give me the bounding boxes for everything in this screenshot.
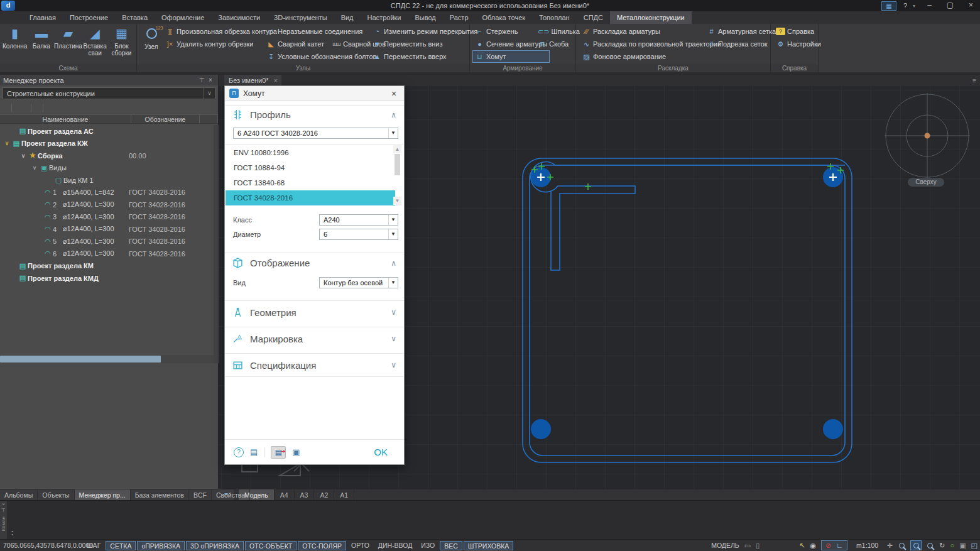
tree-item-assembly[interactable]: ∨ ★ Сборка 00.00: [0, 150, 214, 162]
regen-icon[interactable]: ○: [950, 542, 955, 549]
ribbon-item-move-down[interactable]: ▼ Переместить вниз: [371, 38, 479, 50]
help-button[interactable]: ?: [900, 2, 910, 9]
help-dropdown-icon[interactable]: ▾: [910, 3, 918, 9]
ribbon-item-riveted-joints[interactable]: ∕ Неразъемные соединения: [264, 26, 388, 37]
section-geometry[interactable]: Геометрия ∨: [225, 300, 404, 324]
dialog-help-icon[interactable]: ?: [234, 447, 244, 457]
ribbon-item-contour-trim[interactable]: ][ Произвольная обрезка контура: [163, 26, 279, 37]
fullscreen-icon[interactable]: ◰: [971, 542, 977, 550]
tree-item-bar-1[interactable]: ◠ 1 ⌀15А400, L=842 ГОСТ 34028-2016: [0, 187, 214, 199]
ribbon-item-weld-cathetus[interactable]: ◣ Сварной катет: [264, 38, 326, 50]
lock-ui-icon[interactable]: ▣: [959, 542, 966, 550]
tree-item-project-kzh[interactable]: ∨ ▤ Проект раздела КЖ: [0, 138, 214, 150]
menu-tab-oblaka[interactable]: Облака точек: [476, 11, 533, 24]
pin-icon[interactable]: ⊤: [1, 508, 6, 513]
scale-indicator[interactable]: m1:100: [856, 542, 878, 549]
profile-list-gost-10884[interactable]: ГОСТ 10884-94: [226, 160, 395, 175]
document-tab[interactable]: Без имени0* ×: [224, 75, 281, 86]
menu-tab-vyvod[interactable]: Вывод: [408, 11, 442, 24]
restore-button[interactable]: ▢: [941, 0, 959, 11]
dialog-close-icon[interactable]: ×: [388, 89, 400, 99]
ucs-axes-icon[interactable]: ∟: [836, 542, 843, 549]
layout-preview-icon[interactable]: ▭: [744, 542, 751, 550]
tree-item-bar-5[interactable]: ◠ 5 ⌀12А400, L=300 ГОСТ 34028-2016: [0, 236, 214, 248]
tab-list-icon[interactable]: ≡: [972, 77, 976, 84]
close-button[interactable]: ×: [962, 0, 980, 11]
panel-tab-properties[interactable]: Свойства: [212, 489, 250, 500]
toggle-3d-osnap[interactable]: 3D оПРИВЯЗКА: [186, 541, 244, 550]
menu-tab-vid[interactable]: Вид: [334, 11, 361, 24]
layout-tab-a2[interactable]: А2: [314, 489, 334, 500]
tree-item-bar-3[interactable]: ◠ 3 ⌀12А400, L=300 ГОСТ 34028-2016: [0, 211, 214, 224]
menu-tab-glavnaya[interactable]: Главная: [23, 11, 63, 24]
panel-tab-project-manager[interactable]: Менеджер пр...: [75, 489, 131, 500]
toggle-otrack-polar[interactable]: ОТС-ПОЛЯР: [298, 541, 346, 550]
selection-cursor-icon[interactable]: ↖: [799, 542, 805, 550]
ribbon-button-pile[interactable]: ◢ Вставка сваи: [82, 25, 108, 57]
light-bulb-icon[interactable]: ◉: [810, 542, 816, 550]
ribbon-item-clamp[interactable]: ⊓ Скоба: [536, 38, 582, 50]
copy-properties-icon[interactable]: ▣: [292, 447, 300, 457]
class-combobox[interactable]: А240 ▼: [319, 214, 398, 226]
toggle-step[interactable]: ШАГ: [83, 541, 104, 550]
ribbon-item-mesh-trim[interactable]: # Подрезка сеток: [705, 38, 778, 50]
menu-tab-spds[interactable]: СПДС: [577, 11, 610, 24]
ribbon-button-plate[interactable]: ▰ Пластина: [55, 25, 82, 57]
menu-tab-3d[interactable]: 3D-инструменты: [267, 11, 334, 24]
pan-icon[interactable]: ✛: [887, 542, 893, 550]
orbit-icon[interactable]: ↻: [939, 542, 945, 550]
model-space-indicator[interactable]: МОДЕЛЬ: [711, 542, 739, 549]
view-orientation-label[interactable]: Сверху: [908, 178, 944, 187]
panel-tab-albums[interactable]: Альбомы: [0, 489, 38, 500]
scroll-thumb[interactable]: [395, 154, 400, 175]
ok-button[interactable]: OK: [374, 447, 395, 457]
profile-list-gost-34028[interactable]: ГОСТ 34028-2016: [226, 190, 395, 205]
toggle-dynamic-input[interactable]: ДИН-ВВОД: [374, 541, 416, 550]
zoom-window-icon[interactable]: [927, 543, 933, 548]
minimize-button[interactable]: –: [920, 0, 939, 11]
column-header-designation[interactable]: Обозначение: [131, 115, 200, 123]
toggle-hatch[interactable]: ШТРИХОВКА: [464, 541, 514, 550]
menu-tab-zavisimosti[interactable]: Зависимости: [211, 11, 267, 24]
menu-tab-vstavka[interactable]: Вставка: [115, 11, 155, 24]
vertical-scrollbar-track[interactable]: [214, 125, 219, 363]
toggle-grid[interactable]: СЕТКА: [106, 541, 136, 550]
list-scrollbar[interactable]: ▲ ▼: [393, 145, 401, 213]
layout-tab-a1[interactable]: А1: [334, 489, 354, 500]
tree-item-bar-6[interactable]: ◠ 6 ⌀12А400, L=300 ГОСТ 34028-2016: [0, 248, 214, 260]
tree-item-project-km[interactable]: ▤ Проект раздела КМ: [0, 260, 214, 273]
ribbon-button-assembly-block[interactable]: ▦ Блок сборки: [109, 25, 134, 57]
layout-tab-a4[interactable]: А4: [275, 489, 295, 500]
tree-expander-icon[interactable]: ∨: [3, 140, 11, 146]
ribbon-button-uzel[interactable]: 123 Узел: [139, 25, 163, 51]
ribbon-item-move-up[interactable]: ▲ Переместить вверх: [371, 51, 479, 62]
ribbon-item-stud[interactable]: ⊂⊃ Шпилька: [536, 26, 582, 37]
crossed-circle-icon[interactable]: ⊘: [825, 542, 831, 550]
column-header-name[interactable]: Наименование: [0, 115, 131, 123]
tree-item-bar-2[interactable]: ◠ 2 ⌀12А400, L=300 ГОСТ 34028-2016: [0, 199, 214, 211]
toggle-lineweight[interactable]: ВЕС: [440, 541, 462, 550]
ribbon-item-delete-contour[interactable]: ]× Удалить контур обрезки: [163, 38, 279, 50]
project-type-dropdown[interactable]: Строительные конструкции ∨: [3, 87, 215, 99]
ribbon-button-beam[interactable]: ▬ Балка: [28, 25, 54, 57]
tree-item-views[interactable]: ∨ ▣ Виды: [0, 162, 214, 175]
ribbon-item-settings[interactable]: ⚙ Настройки: [774, 38, 823, 50]
close-icon[interactable]: ×: [2, 502, 5, 507]
section-marking[interactable]: A Маркировка ∨: [225, 327, 404, 350]
ribbon-item-bolt-symbols[interactable]: ↧ Условные обозначения болтов: [264, 51, 388, 62]
menu-tab-topoplan[interactable]: Топоплан: [532, 11, 577, 24]
profile-list-env-10080[interactable]: ENV 10080:1996: [226, 145, 395, 160]
diameter-combobox[interactable]: 6 ▼: [319, 229, 398, 240]
horizontal-scrollbar[interactable]: [0, 355, 214, 363]
menu-tab-postroenie[interactable]: Построение: [63, 11, 115, 24]
ribbon-button-column[interactable]: ▮ Колонна: [2, 25, 28, 57]
panel-tab-bcf[interactable]: BCF: [189, 489, 212, 500]
layout-tab-a3[interactable]: А3: [295, 489, 315, 500]
view-combobox[interactable]: Контур без осевой ▼: [319, 277, 398, 288]
tree-expander-icon[interactable]: ∨: [19, 153, 28, 159]
profile-list-gost-13840[interactable]: ГОСТ 13840-68: [226, 175, 395, 190]
close-document-icon[interactable]: ×: [274, 77, 278, 84]
table-tools-icon[interactable]: ▦: [881, 1, 896, 11]
section-profile[interactable]: Профиль ∧: [225, 105, 404, 124]
insert-mode-button[interactable]: ▤➔: [271, 446, 286, 459]
